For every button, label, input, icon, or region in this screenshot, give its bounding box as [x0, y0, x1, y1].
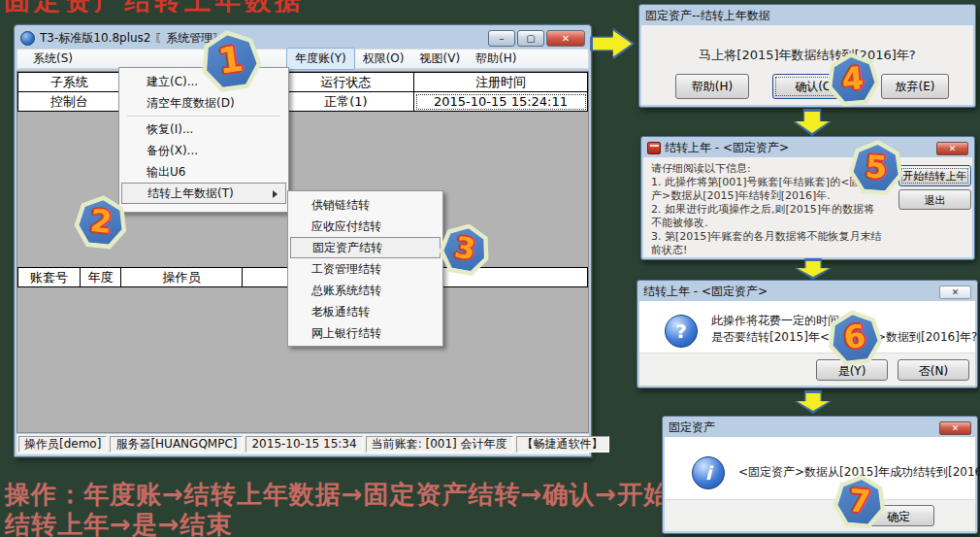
dialog-title-bar[interactable]: 固定资产 ✕ [665, 419, 975, 437]
abandon-button[interactable]: 放弃(E) [881, 74, 949, 99]
dialog-title-bar[interactable]: 结转上年 - <固定资产> ✕ [643, 139, 972, 157]
close-icon[interactable]: ✕ [936, 142, 968, 155]
arrow-down-icon [792, 109, 833, 136]
cell-regtime[interactable]: 2015-10-15 15:24:11 [414, 92, 588, 112]
status-current-account: 当前账套: [001] 会计年度 [366, 436, 513, 453]
menu-permission[interactable]: 权限(O) [355, 49, 412, 69]
col-operator: 操作员 [121, 268, 243, 287]
arrow-right-icon [590, 27, 635, 60]
step-badge-7: 7 [831, 473, 890, 532]
step-badge-4: 4 [824, 50, 883, 110]
dialog-question: 结转上年 - <固定资产> ✕ ? 此操作将花费一定的时间。 是否要结转[201… [637, 280, 978, 388]
subsystem-table: 子系统 运行状态 注册时间 控制台 正常(1) 2015-10-15 15:24… [17, 72, 588, 112]
maximize-button[interactable]: ▢ [517, 30, 544, 47]
submenu-fixed-assets[interactable]: 固定资产结转 [290, 237, 441, 258]
info-icon: i [692, 456, 725, 489]
menu-item-restore[interactable]: 恢复(I)... [121, 118, 286, 140]
transfer-submenu: 供销链结转 应收应付结转 固定资产结转 工资管理结转 总账系统结转 老板通结转 … [287, 190, 443, 347]
dialog-title: 固定资产 [669, 420, 715, 436]
close-icon[interactable]: ✕ [939, 421, 971, 435]
submenu-arrow-icon [273, 190, 278, 198]
step-badge-6: 6 [824, 307, 886, 369]
exit-button[interactable]: 退出 [898, 189, 971, 210]
menu-system[interactable]: 系统(S) [25, 49, 81, 69]
menu-item-export-u6[interactable]: 输出U6 [121, 161, 286, 183]
dialog-confirm-transfer: 固定资产--结转上年数据 马上将[2015]年数据结转到[2016]年? 帮助(… [638, 4, 976, 108]
dialog-success: 固定资产 ✕ i <固定资产>数据从[2015]年成功结转到[2016]年! 确… [662, 416, 978, 534]
submenu-online-bank[interactable]: 网上银行结转 [290, 322, 441, 344]
col-year: 年度 [81, 268, 121, 287]
arrow-down-icon [794, 258, 833, 280]
status-operator: 操作员[demo] [18, 436, 107, 453]
start-transfer-button[interactable]: 开始结转上年 [898, 165, 971, 186]
menu-view[interactable]: 视图(V) [412, 49, 469, 69]
col-status: 运行状态 [278, 73, 414, 92]
subsystem-header-row: 子系统 运行状态 注册时间 [18, 73, 588, 92]
cell-subsystem[interactable]: 控制台 [18, 92, 121, 112]
menu-help[interactable]: 帮助(H) [468, 49, 524, 69]
menu-year-account[interactable]: 年度账(Y) [286, 48, 355, 70]
help-button[interactable]: 帮助(H) [675, 74, 749, 99]
status-bar: 操作员[demo] 服务器[HUANGQMPC] 2015-10-15 15:3… [16, 434, 589, 454]
step-badge-3: 3 [435, 219, 496, 281]
dialog-title: 结转上年 - <固定资产> [665, 140, 789, 156]
col-regtime: 注册时间 [414, 73, 588, 92]
transfer-dialog-icon [647, 142, 661, 154]
col-subsystem: 子系统 [18, 73, 121, 92]
submenu-general-ledger[interactable]: 总账系统结转 [290, 280, 441, 301]
title-bar[interactable]: T3-标准版10.8plus2 〖系统管理〗 – ▢ ✕ [16, 27, 589, 49]
dialog-title-bar[interactable]: 固定资产--结转上年数据 [641, 7, 973, 25]
step-badge-2: 2 [71, 192, 131, 252]
status-datetime: 2015-10-15 15:34 [245, 436, 362, 453]
close-icon[interactable]: ✕ [939, 285, 971, 299]
dialog-title: 结转上年 - <固定资产> [643, 284, 768, 300]
minimize-button[interactable]: – [488, 30, 515, 47]
dialog-title: 固定资产--结转上年数据 [645, 8, 770, 24]
step-badge-1: 1 [196, 26, 266, 96]
dialog-title-bar[interactable]: 结转上年 - <固定资产> ✕ [639, 283, 975, 301]
col-account-no: 账套号 [18, 268, 81, 287]
submenu-payroll[interactable]: 工资管理结转 [290, 258, 441, 280]
submenu-ar-ap[interactable]: 应收应付结转 [290, 216, 441, 237]
menu-bar: 系统(S) 年度账(Y) 权限(O) 视图(V) 帮助(H) [16, 49, 589, 69]
submenu-boss-link[interactable]: 老板通结转 [290, 301, 441, 322]
app-icon [20, 31, 35, 46]
table-row[interactable]: 控制台 正常(1) 2015-10-15 15:24:11 [18, 92, 588, 112]
clipped-top-text: 固定资产结转上年数据 [4, 0, 547, 13]
question-icon: ? [665, 315, 698, 348]
operation-note-line2: 结转上年→是→结束 [5, 508, 233, 537]
status-server: 服务器[HUANGQMPC] [110, 436, 243, 453]
cell-status[interactable]: 正常(1) [278, 92, 414, 112]
no-button[interactable]: 否(N) [898, 359, 969, 381]
status-vendor: 【畅捷通软件】 [516, 436, 609, 453]
operation-note-line1: 操作：年度账→结转上年数据→固定资产结转→确认→开始 [5, 478, 670, 512]
dialog-transfer-wizard: 结转上年 - <固定资产> ✕ 请仔细阅读以下信息: 1. 此操作将第[001]… [640, 136, 975, 260]
arrow-down-icon [794, 390, 833, 414]
window-title: T3-标准版10.8plus2 〖系统管理〗 [40, 30, 488, 47]
menu-item-backup[interactable]: 备份(X)... [121, 140, 286, 161]
step-badge-5: 5 [846, 138, 906, 198]
menu-separator [127, 116, 280, 117]
submenu-supply-chain[interactable]: 供销链结转 [290, 194, 441, 216]
menu-item-label: 结转上年数据(T) [147, 186, 234, 200]
confirm-message: 马上将[2015]年数据结转到[2016]年? [641, 47, 973, 64]
close-button[interactable]: ✕ [546, 30, 585, 47]
menu-item-transfer-last-year[interactable]: 结转上年数据(T) [121, 183, 286, 204]
